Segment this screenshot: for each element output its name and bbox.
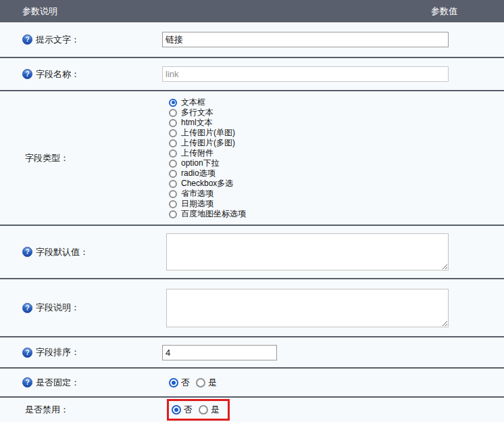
radio-selected-icon[interactable] <box>169 378 178 388</box>
parameter-settings-form: 参数说明 参数值 ? 提示文字： ? 字段名称： 字段类型： <box>0 0 504 422</box>
radio-icon[interactable] <box>169 190 177 198</box>
row-is-disabled: 是否禁用： 否 是 <box>0 396 504 422</box>
radio-yes-label[interactable]: 是 <box>211 404 220 416</box>
field-type-option[interactable]: 省市选项 <box>169 189 246 199</box>
radio-yes-label[interactable]: 是 <box>208 377 217 389</box>
row-field-order: ? 字段排序： <box>0 336 504 367</box>
field-name-input <box>162 66 449 82</box>
is-disabled-radio-group: 否 是 <box>172 404 220 416</box>
field-type-option[interactable]: 文本框 <box>169 97 246 108</box>
hint-text-label: 提示文字： <box>36 34 80 46</box>
field-type-option[interactable]: 上传附件 <box>169 148 246 158</box>
field-type-option[interactable]: Checkbox多选 <box>169 179 246 189</box>
help-icon: ? <box>22 377 32 388</box>
field-type-option[interactable]: 多行文本 <box>169 108 246 118</box>
hint-text-input[interactable] <box>162 32 449 47</box>
field-type-label: 字段类型： <box>25 152 69 164</box>
radio-icon[interactable] <box>169 109 177 117</box>
field-desc-label: 字段说明： <box>36 302 80 314</box>
field-type-option[interactable]: option下拉 <box>169 158 246 168</box>
row-is-fixed: ? 是否固定： 否 是 <box>0 367 504 396</box>
column-header-param-value: 参数值 <box>431 5 504 18</box>
radio-icon[interactable] <box>169 160 177 168</box>
radio-icon[interactable] <box>169 170 177 178</box>
default-value-label: 字段默认值： <box>36 246 89 258</box>
field-order-label: 字段排序： <box>36 346 80 358</box>
field-type-option[interactable]: html文本 <box>169 118 246 128</box>
highlight-box: 否 是 <box>167 399 230 421</box>
radio-no-label[interactable]: 否 <box>184 404 193 416</box>
default-value-textarea[interactable] <box>166 233 449 271</box>
field-type-option[interactable]: 上传图片(单图) <box>169 128 246 138</box>
row-hint-text: ? 提示文字： <box>0 22 504 57</box>
help-icon: ? <box>22 303 32 313</box>
radio-icon[interactable] <box>169 119 177 127</box>
radio-icon[interactable] <box>169 139 177 147</box>
radio-icon[interactable] <box>199 405 208 415</box>
is-fixed-radio-group: 否 是 <box>169 377 217 389</box>
option-label: 百度地图坐标选项 <box>181 208 246 220</box>
radio-icon[interactable] <box>196 378 205 388</box>
radio-no-label[interactable]: 否 <box>181 377 190 389</box>
field-type-option[interactable]: 百度地图坐标选项 <box>169 209 246 219</box>
row-field-name: ? 字段名称： <box>0 57 504 90</box>
help-icon: ? <box>22 348 32 358</box>
field-desc-textarea[interactable] <box>166 289 449 327</box>
field-type-option-list: 文本框 多行文本 html文本 上传图片(单图) 上传图片(多图) <box>162 90 246 226</box>
radio-icon[interactable] <box>169 149 177 158</box>
help-icon: ? <box>22 34 32 45</box>
radio-icon[interactable] <box>169 200 177 208</box>
radio-icon[interactable] <box>169 180 177 188</box>
field-type-option[interactable]: radio选项 <box>169 168 246 179</box>
help-icon: ? <box>22 247 32 257</box>
table-header: 参数说明 参数值 <box>0 0 504 22</box>
help-icon: ? <box>22 69 32 79</box>
is-disabled-label: 是否禁用： <box>25 404 69 416</box>
row-field-desc: ? 字段说明： <box>0 278 504 336</box>
radio-icon[interactable] <box>169 210 177 218</box>
field-name-label: 字段名称： <box>36 68 80 80</box>
radio-icon[interactable] <box>169 129 177 137</box>
radio-selected-icon[interactable] <box>172 405 181 415</box>
field-type-option[interactable]: 上传图片(多图) <box>169 138 246 148</box>
column-header-param-desc: 参数说明 <box>0 5 57 18</box>
row-default-value: ? 字段默认值： <box>0 225 504 278</box>
field-order-input[interactable] <box>162 345 277 360</box>
field-type-option[interactable]: 日期选项 <box>169 199 246 209</box>
is-fixed-label: 是否固定： <box>36 377 80 389</box>
row-field-type: 字段类型： 文本框 多行文本 html文本 上传图片(单图) <box>0 90 504 225</box>
radio-selected-icon[interactable] <box>169 99 177 107</box>
